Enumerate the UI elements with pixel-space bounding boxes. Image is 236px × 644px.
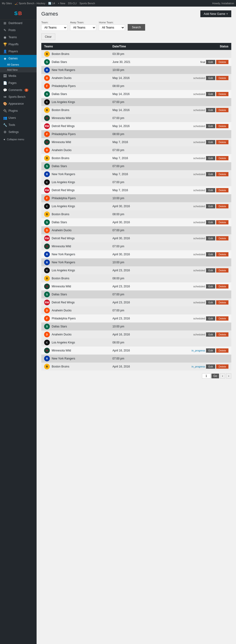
home-team-cell: K Los Angeles Kings — [41, 266, 110, 274]
sidebar-item-tools[interactable]: 🔧Tools — [0, 122, 37, 128]
edit-button[interactable]: Edit — [206, 124, 215, 128]
edit-button[interactable]: Edit — [206, 220, 215, 224]
edit-button[interactable]: Edit — [206, 140, 215, 144]
submenu-all-games[interactable]: All Games — [0, 62, 37, 67]
admin-bar: My Sites 🏒 Sports Bench - Hockey 🔄 14 + … — [0, 0, 236, 6]
table-row: B Boston Bruins 08:00 pm — [41, 274, 231, 282]
collapse-menu-button[interactable]: ◄ Collapse menu — [0, 136, 37, 143]
team-logo-flyers: F — [44, 83, 50, 89]
table-row: R New York Rangers 10:00 pm — [41, 66, 231, 74]
delete-button[interactable]: Delete — [216, 156, 228, 160]
delete-button[interactable]: Delete — [216, 76, 228, 80]
edit-button[interactable]: Edit — [206, 108, 215, 112]
sidebar-item-teams[interactable]: ◉Teams — [0, 34, 37, 41]
home-team-name: Boston Bruins — [52, 108, 69, 112]
table-row: F Philadelphia Flyers 08:00 pm — [41, 82, 231, 90]
away-team-name: Boston Bruins — [52, 277, 69, 280]
edit-button[interactable]: Edit — [206, 284, 215, 288]
adminbar-sports-bench[interactable]: Sports Bench — [80, 2, 95, 5]
edit-button[interactable]: Edit — [206, 156, 215, 160]
delete-button[interactable]: Delete — [216, 92, 228, 96]
delete-button[interactable]: Delete — [216, 188, 228, 192]
away-team-name: Minnesota Wild — [52, 116, 71, 120]
edit-button[interactable]: Edit — [206, 300, 215, 304]
edit-button[interactable]: Edit — [206, 348, 215, 353]
delete-button[interactable]: Delete — [216, 268, 228, 272]
home-team-name: Minnesota Wild — [52, 285, 71, 288]
delete-button[interactable]: Delete — [216, 316, 228, 320]
team-logo-kings: K — [44, 99, 50, 105]
home-team-filter-select[interactable]: All Teams — [99, 24, 125, 31]
delete-button[interactable]: Delete — [216, 364, 228, 369]
edit-button[interactable]: Edit — [206, 364, 215, 369]
edit-button[interactable]: Edit — [206, 252, 215, 256]
sidebar-item-games[interactable]: ◈Games All Games Add New — [0, 55, 37, 72]
submenu-add-new[interactable]: Add New — [0, 67, 37, 72]
actions-cell: scheduled Edit Delete — [153, 170, 231, 178]
delete-button[interactable]: Delete — [216, 124, 228, 128]
team-logo-wild: W — [44, 284, 50, 289]
status-badge: scheduled — [193, 76, 205, 80]
add-new-game-button[interactable]: Add New Game + — [200, 10, 231, 17]
adminbar-updates[interactable]: 🔄 14 — [48, 2, 55, 5]
away-team-name: Anaheim Ducks — [52, 309, 72, 312]
sidebar-item-comments[interactable]: 💬Comments3 — [0, 86, 37, 94]
status-cell-top — [153, 274, 231, 282]
sidebar-item-posts[interactable]: ✎Posts — [0, 27, 37, 34]
sidebar-item-pages[interactable]: 📄Pages — [0, 80, 37, 86]
actions-cell: scheduled Edit Delete — [153, 266, 231, 274]
table-row: B Boston Bruins May 14, 2016 scheduled E… — [41, 106, 231, 114]
sidebar-item-playoffs[interactable]: 🏆Playoffs — [0, 41, 37, 48]
home-team-name: Detroit Red Wings — [52, 301, 75, 304]
delete-button[interactable]: Delete — [216, 236, 228, 240]
edit-button[interactable]: Edit — [206, 172, 215, 176]
delete-button[interactable]: Delete — [216, 108, 228, 112]
search-button[interactable]: Search — [128, 24, 145, 31]
team-logo-redwings: RW — [44, 236, 50, 241]
delete-button[interactable]: Delete — [216, 60, 228, 64]
delete-button[interactable]: Delete — [216, 172, 228, 176]
site-logo: SB — [0, 6, 37, 20]
go-button[interactable]: Go — [211, 374, 219, 378]
edit-button[interactable]: Edit — [206, 204, 215, 208]
clear-button[interactable]: Clear — [41, 34, 55, 40]
delete-button[interactable]: Delete — [216, 204, 228, 208]
away-team-filter-select[interactable]: All Teams — [70, 24, 96, 31]
adminbar-ds-cli[interactable]: DS-CLI — [68, 2, 77, 5]
next-page-button[interactable]: › — [226, 374, 231, 378]
sidebar-item-appearance[interactable]: 🎨Appearance — [0, 100, 37, 107]
sidebar-item-plugins[interactable]: 🔌Plugins — [0, 107, 37, 114]
posts-icon: ✎ — [3, 28, 7, 32]
adminbar-new[interactable]: + New — [58, 2, 65, 5]
sidebar-item-dashboard[interactable]: ⊞Dashboard — [0, 20, 37, 27]
delete-button[interactable]: Delete — [216, 140, 228, 144]
adminbar-site-name[interactable]: 🏒 Sports Bench - Hockey — [15, 2, 45, 5]
team-logo-ducks: D — [44, 147, 50, 153]
actions-cell: scheduled Edit Delete — [153, 138, 231, 146]
adminbar-my-sites[interactable]: My Sites — [2, 2, 12, 5]
delete-button[interactable]: Delete — [216, 220, 228, 224]
prev-page-button[interactable]: ‹ — [220, 374, 225, 378]
edit-button[interactable]: Edit — [206, 332, 215, 336]
delete-button[interactable]: Delete — [216, 348, 228, 353]
delete-button[interactable]: Delete — [216, 332, 228, 336]
sidebar-item-users[interactable]: 👥Users — [0, 114, 37, 122]
edit-button[interactable]: Edit — [206, 188, 215, 192]
delete-button[interactable]: Delete — [216, 252, 228, 256]
edit-button[interactable]: Edit — [206, 60, 215, 64]
edit-button[interactable]: Edit — [206, 76, 215, 80]
sidebar-item-settings[interactable]: ⚙Settings — [0, 128, 37, 136]
delete-button[interactable]: Delete — [216, 284, 228, 288]
edit-button[interactable]: Edit — [206, 316, 215, 320]
edit-button[interactable]: Edit — [206, 268, 215, 272]
edit-button[interactable]: Edit — [206, 236, 215, 240]
delete-button[interactable]: Delete — [216, 300, 228, 304]
page-number-input[interactable]: 1 — [202, 374, 210, 378]
games-list: B Boston Bruins 03:39 pm S Dallas Stars … — [41, 50, 231, 370]
edit-button[interactable]: Edit — [206, 92, 215, 96]
sidebar-item-players[interactable]: 👤Players — [0, 48, 37, 55]
sidebar-item-media[interactable]: 🖼Media — [0, 72, 37, 80]
sidebar-item-sports-bench[interactable]: SBSports Bench — [0, 94, 37, 100]
team-filter-select[interactable]: All Teams — [41, 24, 67, 31]
table-row: W Minnesota Wild 07:00 pm — [41, 242, 231, 250]
